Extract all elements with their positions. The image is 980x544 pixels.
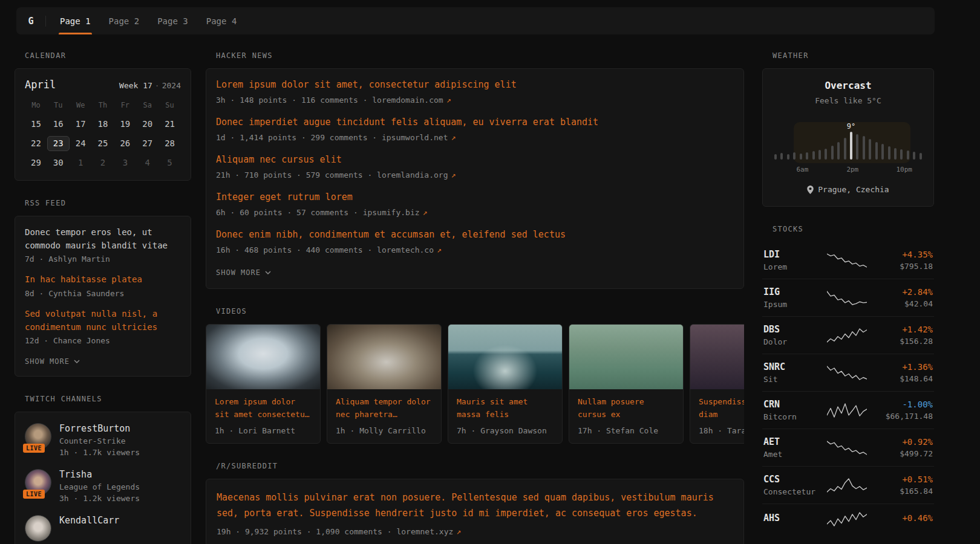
- calendar-header: April Week 17·2024: [25, 79, 181, 91]
- weather-bar: [831, 146, 834, 160]
- video-thumbnail[interactable]: [206, 325, 320, 389]
- weather-bar: [881, 144, 884, 160]
- video-title[interactable]: Suspendisse molestie diam: [699, 396, 744, 421]
- show-more-label: SHOW MORE: [25, 357, 70, 366]
- axis-tick: 10pm: [896, 166, 912, 173]
- weather-bar: [856, 134, 858, 160]
- calendar-day: 27: [136, 136, 158, 151]
- weather-widget: Overcast Feels like 5°C 9° 6am 2pm 10pm …: [762, 68, 934, 207]
- weather-bar: [793, 152, 795, 160]
- hn-item-title[interactable]: Donec enim nibh, condimentum et accumsan…: [216, 228, 734, 241]
- hn-item: Donec enim nibh, condimentum et accumsan…: [216, 228, 734, 254]
- stock-ticker: CCS: [763, 474, 822, 485]
- chevron-down-icon: [265, 271, 271, 274]
- app-logo[interactable]: G: [16, 7, 45, 34]
- rss-show-more-button[interactable]: SHOW MORE: [25, 357, 80, 366]
- tab-page-2[interactable]: Page 2: [100, 7, 149, 34]
- hn-item-title[interactable]: Aliquam nec cursus elit: [216, 154, 734, 166]
- subreddit-section-title: /R/SUBREDDIT: [216, 462, 744, 470]
- channel-name[interactable]: Trisha: [59, 469, 140, 480]
- twitch-channel[interactable]: LIVE ForrestBurton Counter-Strike 1h · 1…: [25, 423, 181, 457]
- stock-values: +1.36% $148.64: [872, 362, 933, 383]
- hn-meta-text: 16h · 468 points · 440 comments · loremt…: [216, 245, 434, 254]
- tab-page-1[interactable]: Page 1: [51, 7, 100, 34]
- video-title[interactable]: Lorem ipsum dolor sit amet consectetu…: [215, 396, 312, 421]
- calendar-week-year: Week 17·2024: [119, 81, 181, 90]
- rss-item[interactable]: Donec tempor eros leo, ut commodo mauris…: [25, 226, 181, 264]
- rss-item[interactable]: Sed volutpat nulla nisl, a condimentum n…: [25, 308, 181, 345]
- video-thumbnail[interactable]: [448, 325, 562, 389]
- weather-bar: [894, 148, 897, 160]
- page-tabs: Page 1 Page 2 Page 3 Page 4: [51, 7, 246, 34]
- video-card[interactable]: Mauris sit amet massa felis 7h · Grayson…: [448, 324, 563, 444]
- external-link-icon[interactable]: ↗: [451, 170, 456, 180]
- stock-ticker: LDI: [763, 249, 822, 260]
- video-title[interactable]: Aliquam tempor dolor nec pharetra…: [336, 396, 433, 421]
- hn-show-more-button[interactable]: SHOW MORE: [216, 268, 271, 277]
- weather-bar: [800, 154, 802, 160]
- video-title[interactable]: Nullam posuere cursus ex: [578, 396, 675, 421]
- channel-meta: 1h · 1.7k viewers: [59, 448, 140, 457]
- stock-sparkline: [827, 365, 867, 381]
- weather-bar: [900, 149, 903, 160]
- hn-item-title[interactable]: Lorem ipsum dolor sit amet, consectetur …: [216, 79, 734, 91]
- dow-label: Tu: [47, 101, 70, 109]
- twitch-widget: LIVE ForrestBurton Counter-Strike 1h · 1…: [15, 412, 191, 544]
- hn-item-meta: 6h · 60 points · 57 comments · ipsumify.…: [216, 208, 734, 217]
- video-card[interactable]: Nullam posuere cursus ex 17h · Stefan Co…: [569, 324, 684, 444]
- tab-page-3[interactable]: Page 3: [148, 7, 197, 34]
- hn-item-title[interactable]: Integer eget rutrum lorem: [216, 191, 734, 204]
- video-thumbnail[interactable]: [690, 325, 744, 389]
- location-pin-icon: [807, 186, 814, 194]
- axis-tick: 6am: [796, 166, 808, 173]
- rss-item[interactable]: In hac habitasse platea 8d · Cynthia Sau…: [25, 273, 181, 298]
- rss-item-meta: 7d · Ashlyn Martin: [25, 254, 181, 264]
- hn-item-meta: 21h · 710 points · 579 comments · loreml…: [216, 170, 734, 180]
- weather-bar: [818, 150, 821, 160]
- stock-id: CCS Consectetur: [763, 474, 822, 496]
- video-card[interactable]: Suspendisse molestie diam 18h · Tara: [690, 324, 744, 444]
- live-badge: LIVE: [23, 490, 45, 499]
- stock-row: SNRC Sit +1.36% $148.64: [762, 354, 934, 391]
- video-title[interactable]: Mauris sit amet massa felis: [457, 396, 554, 421]
- calendar-widget: April Week 17·2024 Mo Tu We Th Fr Sa Su …: [15, 68, 191, 181]
- rss-item-title[interactable]: Donec tempor eros leo, ut commodo mauris…: [25, 226, 181, 252]
- tab-page-4[interactable]: Page 4: [197, 7, 246, 34]
- calendar-day-selected: 23: [47, 136, 70, 151]
- reddit-post-title[interactable]: Maecenas mollis pulvinar erat non posuer…: [217, 490, 733, 522]
- stock-id: AET Amet: [763, 436, 822, 459]
- video-card[interactable]: Aliquam tempor dolor nec pharetra… 1h · …: [327, 324, 442, 444]
- channel-name[interactable]: ForrestBurton: [59, 423, 140, 434]
- hn-meta-text: 6h · 60 points · 57 comments · ipsumify.…: [216, 208, 420, 217]
- external-link-icon[interactable]: ↗: [451, 133, 456, 142]
- twitch-channel[interactable]: LIVE Trisha League of Legends 3h · 1.2k …: [25, 469, 181, 503]
- weather-bar: [787, 154, 789, 160]
- chevron-down-icon: [74, 360, 80, 363]
- external-link-icon[interactable]: ↗: [446, 96, 451, 105]
- stock-id: AHS: [763, 513, 822, 526]
- dow-label: Sa: [136, 101, 158, 109]
- hn-item-meta: 16h · 468 points · 440 comments · loremt…: [216, 245, 734, 254]
- video-thumbnail[interactable]: [569, 325, 683, 389]
- stock-sparkline: [827, 253, 867, 268]
- stock-id: CRN Bitcorn: [763, 399, 822, 421]
- external-link-icon[interactable]: ↗: [423, 208, 428, 217]
- rss-item-title[interactable]: Sed volutpat nulla nisl, a condimentum n…: [25, 308, 181, 334]
- hn-item-meta: 3h · 148 points · 116 comments · loremdo…: [216, 96, 734, 105]
- show-more-label: SHOW MORE: [216, 268, 261, 277]
- calendar-day: 1: [70, 155, 92, 170]
- channel-name[interactable]: KendallCarr: [59, 515, 119, 526]
- video-thumbnail[interactable]: [327, 325, 441, 389]
- weather-bar: [837, 142, 840, 160]
- video-card[interactable]: Lorem ipsum dolor sit amet consectetu… 1…: [206, 324, 321, 444]
- rss-item-title[interactable]: In hac habitasse platea: [25, 273, 181, 287]
- weather-bar: [888, 146, 890, 160]
- stock-sparkline: [827, 403, 867, 418]
- twitch-channel[interactable]: KendallCarr: [25, 515, 181, 542]
- external-link-icon[interactable]: ↗: [437, 245, 442, 254]
- external-link-icon[interactable]: ↗: [456, 527, 461, 536]
- hn-item-title[interactable]: Donec imperdiet augue tincidunt felis al…: [216, 116, 734, 129]
- video-meta: 1h · Molly Carrillo: [336, 426, 433, 435]
- stock-price: $156.28: [872, 337, 933, 346]
- stock-name: Consectetur: [763, 487, 822, 496]
